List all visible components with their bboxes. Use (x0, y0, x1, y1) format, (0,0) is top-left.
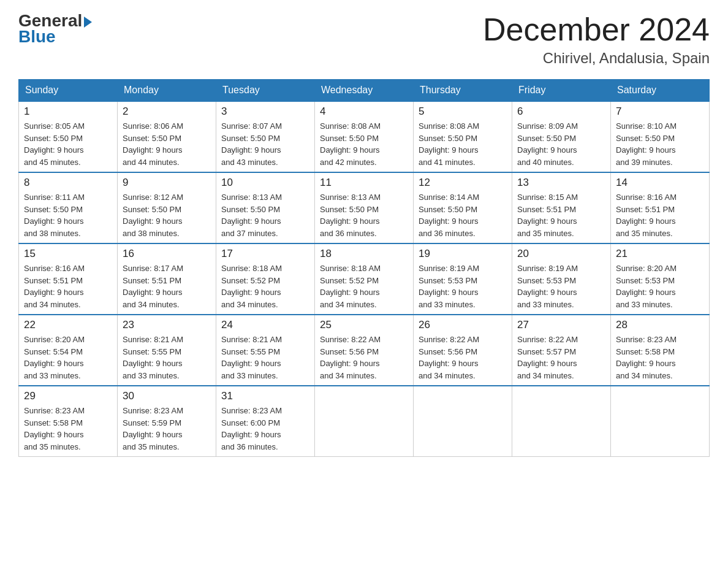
calendar-cell: 14Sunrise: 8:16 AMSunset: 5:51 PMDayligh… (611, 172, 710, 243)
day-info: Sunrise: 8:09 AMSunset: 5:50 PMDaylight:… (517, 120, 605, 168)
calendar-cell: 16Sunrise: 8:17 AMSunset: 5:51 PMDayligh… (118, 243, 216, 315)
calendar-table: SundayMondayTuesdayWednesdayThursdayFrid… (18, 79, 710, 457)
day-info: Sunrise: 8:07 AMSunset: 5:50 PMDaylight:… (221, 120, 309, 168)
day-info: Sunrise: 8:05 AMSunset: 5:50 PMDaylight:… (24, 120, 112, 168)
calendar-week-row: 22Sunrise: 8:20 AMSunset: 5:54 PMDayligh… (19, 315, 710, 386)
day-number: 20 (517, 248, 605, 260)
day-number: 12 (419, 177, 507, 189)
calendar-cell: 15Sunrise: 8:16 AMSunset: 5:51 PMDayligh… (19, 243, 118, 315)
day-info: Sunrise: 8:08 AMSunset: 5:50 PMDaylight:… (419, 120, 507, 168)
day-info: Sunrise: 8:23 AMSunset: 6:00 PMDaylight:… (221, 405, 309, 453)
day-number: 3 (221, 105, 309, 118)
calendar-cell: 2Sunrise: 8:06 AMSunset: 5:50 PMDaylight… (118, 101, 216, 172)
day-info: Sunrise: 8:11 AMSunset: 5:50 PMDaylight:… (24, 191, 112, 239)
day-number: 22 (24, 319, 112, 331)
day-number: 10 (221, 177, 309, 189)
location-title: Chirivel, Andalusia, Spain (483, 50, 710, 67)
weekday-header-sunday: Sunday (19, 80, 118, 102)
day-info: Sunrise: 8:10 AMSunset: 5:50 PMDaylight:… (616, 120, 704, 168)
calendar-cell: 30Sunrise: 8:23 AMSunset: 5:59 PMDayligh… (118, 386, 216, 457)
day-info: Sunrise: 8:18 AMSunset: 5:52 PMDaylight:… (320, 262, 408, 310)
day-info: Sunrise: 8:08 AMSunset: 5:50 PMDaylight:… (320, 120, 408, 168)
weekday-header-saturday: Saturday (611, 80, 710, 102)
day-number: 28 (616, 319, 704, 331)
day-info: Sunrise: 8:20 AMSunset: 5:53 PMDaylight:… (616, 262, 704, 310)
day-info: Sunrise: 8:13 AMSunset: 5:50 PMDaylight:… (221, 191, 309, 239)
calendar-cell: 6Sunrise: 8:09 AMSunset: 5:50 PMDaylight… (512, 101, 611, 172)
calendar-cell (512, 386, 611, 457)
calendar-cell: 31Sunrise: 8:23 AMSunset: 6:00 PMDayligh… (216, 386, 315, 457)
calendar-cell (611, 386, 710, 457)
day-number: 31 (221, 390, 309, 402)
calendar-cell: 5Sunrise: 8:08 AMSunset: 5:50 PMDaylight… (414, 101, 512, 172)
day-info: Sunrise: 8:15 AMSunset: 5:51 PMDaylight:… (517, 191, 605, 239)
day-info: Sunrise: 8:13 AMSunset: 5:50 PMDaylight:… (320, 191, 408, 239)
day-number: 19 (419, 248, 507, 260)
day-info: Sunrise: 8:12 AMSunset: 5:50 PMDaylight:… (123, 191, 211, 239)
day-number: 16 (123, 248, 211, 260)
page-header: General Blue December 2024 Chirivel, And… (18, 12, 710, 67)
day-number: 26 (419, 319, 507, 331)
month-year-title: December 2024 (483, 12, 710, 47)
day-info: Sunrise: 8:22 AMSunset: 5:56 PMDaylight:… (320, 334, 408, 381)
calendar-cell (315, 386, 414, 457)
calendar-cell: 3Sunrise: 8:07 AMSunset: 5:50 PMDaylight… (216, 101, 315, 172)
weekday-header-monday: Monday (118, 80, 216, 102)
calendar-cell: 21Sunrise: 8:20 AMSunset: 5:53 PMDayligh… (611, 243, 710, 315)
calendar-cell: 29Sunrise: 8:23 AMSunset: 5:58 PMDayligh… (19, 386, 118, 457)
calendar-cell: 22Sunrise: 8:20 AMSunset: 5:54 PMDayligh… (19, 315, 118, 386)
day-info: Sunrise: 8:06 AMSunset: 5:50 PMDaylight:… (123, 120, 211, 168)
calendar-week-row: 15Sunrise: 8:16 AMSunset: 5:51 PMDayligh… (19, 243, 710, 315)
day-number: 18 (320, 248, 408, 260)
day-number: 24 (221, 319, 309, 331)
calendar-cell: 11Sunrise: 8:13 AMSunset: 5:50 PMDayligh… (315, 172, 414, 243)
calendar-week-row: 29Sunrise: 8:23 AMSunset: 5:58 PMDayligh… (19, 386, 710, 457)
day-number: 27 (517, 319, 605, 331)
day-number: 5 (419, 105, 507, 118)
day-number: 11 (320, 177, 408, 189)
calendar-cell: 12Sunrise: 8:14 AMSunset: 5:50 PMDayligh… (414, 172, 512, 243)
day-number: 9 (123, 177, 211, 189)
day-number: 7 (616, 105, 704, 118)
day-number: 17 (221, 248, 309, 260)
day-number: 30 (123, 390, 211, 402)
day-info: Sunrise: 8:19 AMSunset: 5:53 PMDaylight:… (517, 262, 605, 310)
day-info: Sunrise: 8:21 AMSunset: 5:55 PMDaylight:… (221, 334, 309, 381)
weekday-header-thursday: Thursday (414, 80, 512, 102)
weekday-header-wednesday: Wednesday (315, 80, 414, 102)
day-number: 8 (24, 177, 112, 189)
calendar-cell (414, 386, 512, 457)
day-number: 1 (24, 105, 112, 118)
day-number: 4 (320, 105, 408, 118)
day-info: Sunrise: 8:20 AMSunset: 5:54 PMDaylight:… (24, 334, 112, 381)
calendar-cell: 17Sunrise: 8:18 AMSunset: 5:52 PMDayligh… (216, 243, 315, 315)
calendar-cell: 4Sunrise: 8:08 AMSunset: 5:50 PMDaylight… (315, 101, 414, 172)
day-info: Sunrise: 8:17 AMSunset: 5:51 PMDaylight:… (123, 262, 211, 310)
calendar-cell: 23Sunrise: 8:21 AMSunset: 5:55 PMDayligh… (118, 315, 216, 386)
logo: General Blue (18, 12, 92, 47)
day-number: 15 (24, 248, 112, 260)
day-number: 23 (123, 319, 211, 331)
calendar-week-row: 8Sunrise: 8:11 AMSunset: 5:50 PMDaylight… (19, 172, 710, 243)
calendar-cell: 9Sunrise: 8:12 AMSunset: 5:50 PMDaylight… (118, 172, 216, 243)
day-info: Sunrise: 8:16 AMSunset: 5:51 PMDaylight:… (24, 262, 112, 310)
calendar-cell: 7Sunrise: 8:10 AMSunset: 5:50 PMDaylight… (611, 101, 710, 172)
day-info: Sunrise: 8:14 AMSunset: 5:50 PMDaylight:… (419, 191, 507, 239)
day-number: 14 (616, 177, 704, 189)
calendar-cell: 28Sunrise: 8:23 AMSunset: 5:58 PMDayligh… (611, 315, 710, 386)
calendar-cell: 19Sunrise: 8:19 AMSunset: 5:53 PMDayligh… (414, 243, 512, 315)
day-info: Sunrise: 8:23 AMSunset: 5:58 PMDaylight:… (24, 405, 112, 453)
calendar-cell: 26Sunrise: 8:22 AMSunset: 5:56 PMDayligh… (414, 315, 512, 386)
calendar-cell: 18Sunrise: 8:18 AMSunset: 5:52 PMDayligh… (315, 243, 414, 315)
day-number: 13 (517, 177, 605, 189)
calendar-header-row: SundayMondayTuesdayWednesdayThursdayFrid… (19, 80, 710, 102)
calendar-week-row: 1Sunrise: 8:05 AMSunset: 5:50 PMDaylight… (19, 101, 710, 172)
title-block: December 2024 Chirivel, Andalusia, Spain (483, 12, 710, 67)
calendar-cell: 1Sunrise: 8:05 AMSunset: 5:50 PMDaylight… (19, 101, 118, 172)
day-info: Sunrise: 8:16 AMSunset: 5:51 PMDaylight:… (616, 191, 704, 239)
day-info: Sunrise: 8:18 AMSunset: 5:52 PMDaylight:… (221, 262, 309, 310)
day-info: Sunrise: 8:23 AMSunset: 5:59 PMDaylight:… (123, 405, 211, 453)
calendar-cell: 10Sunrise: 8:13 AMSunset: 5:50 PMDayligh… (216, 172, 315, 243)
calendar-cell: 8Sunrise: 8:11 AMSunset: 5:50 PMDaylight… (19, 172, 118, 243)
weekday-header-friday: Friday (512, 80, 611, 102)
